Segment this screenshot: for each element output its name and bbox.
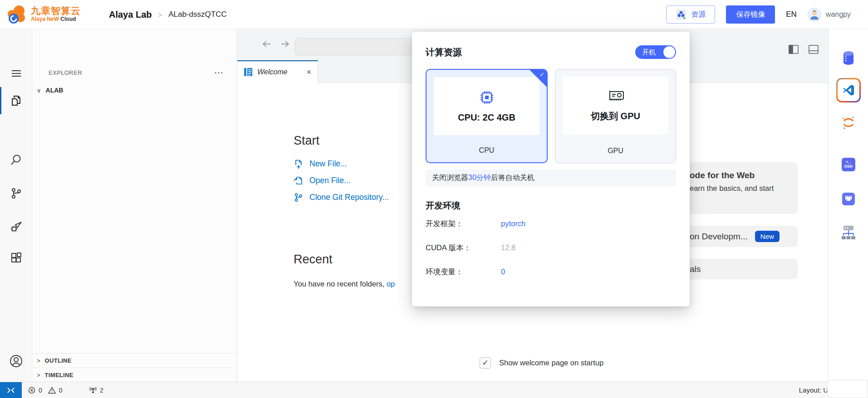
toggle-knob [663, 46, 675, 58]
resources-button-label: 资源 [691, 10, 706, 19]
compute-resource-popup: 计算资源 开机 CPU: 2C 4GB CPU [412, 32, 690, 306]
recent-heading: Recent [294, 252, 333, 267]
account-button[interactable] [0, 350, 32, 372]
radio-tower-icon [89, 386, 97, 394]
power-toggle[interactable]: 开机 [635, 45, 676, 59]
warning-icon [48, 387, 56, 394]
username: wangpy [826, 10, 851, 19]
cpu-card-footer: CPU [427, 139, 547, 162]
toggle-sidebar-icon[interactable] [787, 43, 800, 56]
shutdown-minutes[interactable]: 30分钟 [468, 174, 491, 181]
env-vars-value[interactable]: 0 [501, 267, 505, 276]
start-links: New File... Open File... [294, 159, 389, 202]
open-file-link[interactable]: Open File... [294, 176, 389, 185]
database-app-icon[interactable] [842, 51, 855, 65]
new-badge: New [755, 231, 780, 242]
timeline-section[interactable]: > TIMELINE [32, 368, 237, 382]
auto-shutdown-notice: 关闭浏览器30分钟后将自动关机 [426, 170, 676, 186]
problems-status[interactable]: 0 0 [28, 382, 63, 398]
breadcrumb-separator: > [158, 11, 162, 19]
toggle-panel-icon[interactable] [807, 43, 820, 56]
power-toggle-label: 开机 [642, 48, 656, 57]
ports-count: 2 [100, 387, 103, 394]
checkbox-label: Show welcome page on startup [499, 359, 603, 367]
explorer-root-folder[interactable]: ∨ ALAB [32, 83, 237, 98]
cluster-app-icon[interactable] [841, 225, 856, 241]
back-arrow-icon[interactable] [260, 37, 274, 51]
checkbox-checked[interactable]: ✓ [480, 357, 491, 369]
debug-icon [10, 220, 23, 233]
sidebar-item-search[interactable] [0, 149, 32, 170]
recent-empty-text: You have no recent folders, op [294, 280, 395, 288]
framework-value[interactable]: pytorch [501, 219, 525, 228]
vscode-app-icon[interactable] [836, 78, 861, 102]
cpu-chip-icon [479, 90, 495, 105]
gpu-card-label: 切换到 GPU [591, 110, 640, 122]
sidebar-item-explorer[interactable] [0, 90, 32, 112]
gpu-card-icon [607, 89, 624, 103]
welcome-page-icon [244, 68, 253, 77]
corner-overlay-card [827, 380, 868, 398]
close-icon[interactable]: × [306, 68, 311, 77]
brand-subtitle: Alaya NeW Cloud [31, 16, 81, 22]
brand-title: 九章智算云 [31, 5, 81, 16]
resources-button[interactable]: 资源 [666, 5, 715, 24]
cpu-card-selected[interactable]: CPU: 2C 4GB CPU ✓ [426, 69, 548, 163]
brand-logo[interactable]: 九章智算云 Alaya NeW Cloud [6, 4, 81, 24]
breadcrumb-workspace[interactable]: ALab-dsszQTCC [168, 10, 226, 19]
status-bar: 0 0 2 Layout: U [0, 382, 868, 398]
gpu-card[interactable]: 切换到 GPU GPU [555, 69, 676, 163]
chevron-down-icon: ∨ [37, 87, 41, 94]
layout-controls [787, 43, 820, 56]
avatar [808, 8, 821, 21]
gpu-card-footer: GPU [555, 139, 676, 163]
app-window: 九章智算云 Alaya NeW Cloud Alaya Lab > ALab-d… [0, 0, 868, 398]
popup-title: 计算资源 [426, 46, 462, 58]
breadcrumb-app[interactable]: Alaya Lab [109, 10, 152, 20]
network-port-app-icon[interactable] [842, 192, 855, 206]
cuda-row: CUDA 版本： 12.8 [426, 236, 676, 260]
forward-arrow-icon[interactable] [278, 37, 292, 51]
tab-welcome[interactable]: Welcome × [237, 60, 318, 83]
new-file-icon [294, 159, 303, 169]
more-actions-icon[interactable]: ⋯ [214, 64, 224, 81]
welcome-startup-option[interactable]: ✓ Show welcome page on startup [480, 357, 603, 369]
remote-indicator[interactable] [0, 382, 22, 398]
top-header: 九章智算云 Alaya NeW Cloud Alaya Lab > ALab-d… [0, 0, 868, 29]
cloud-logo-icon [6, 4, 27, 24]
tab-welcome-label: Welcome [257, 68, 302, 76]
sidebar-item-source-control[interactable] [0, 182, 32, 204]
error-icon [28, 387, 35, 394]
search-icon [10, 154, 22, 166]
user-menu[interactable]: wangpy [808, 8, 851, 21]
extensions-icon [10, 252, 23, 265]
cuda-value: 12.8 [501, 243, 515, 252]
explorer-panel: EXPLORER ⋯ ∨ ALAB > OUTLINE > TIMELINE [32, 29, 237, 382]
open-folder-link[interactable]: op [387, 280, 395, 288]
language-switch[interactable]: EN [786, 10, 797, 19]
clone-repo-link[interactable]: Clone Git Repository... [294, 193, 389, 202]
sidebar-item-run-debug[interactable] [0, 216, 32, 238]
explorer-header: EXPLORER ⋯ [32, 64, 237, 81]
dev-env-heading: 开发环境 [426, 200, 676, 212]
chevron-right-icon: > [37, 372, 40, 379]
git-branch-icon [10, 187, 22, 199]
cpu-card-label: CPU: 2C 4GB [458, 112, 515, 123]
error-count: 0 [39, 387, 42, 394]
ports-status[interactable]: 2 [89, 382, 103, 398]
warning-count: 0 [59, 387, 63, 394]
save-image-button[interactable]: 保存镜像 [726, 5, 775, 24]
ssh-app-icon[interactable]: >_SSH [842, 158, 855, 171]
new-file-link[interactable]: New File... [294, 159, 389, 169]
env-vars-row: 环境变量： 0 [426, 260, 676, 284]
jupyter-app-icon[interactable] [841, 115, 856, 131]
activity-bar: ⚙ [0, 29, 32, 382]
outline-section[interactable]: > OUTLINE [32, 353, 237, 368]
layout-status[interactable]: Layout: U [799, 382, 828, 398]
header-actions: 资源 保存镜像 EN wangpy [666, 0, 851, 29]
framework-row: 开发框架： pytorch [426, 212, 676, 236]
start-heading: Start [294, 134, 319, 148]
menu-button[interactable] [0, 63, 32, 84]
chevron-right-icon: > [37, 357, 40, 364]
sidebar-item-extensions[interactable] [0, 248, 32, 269]
